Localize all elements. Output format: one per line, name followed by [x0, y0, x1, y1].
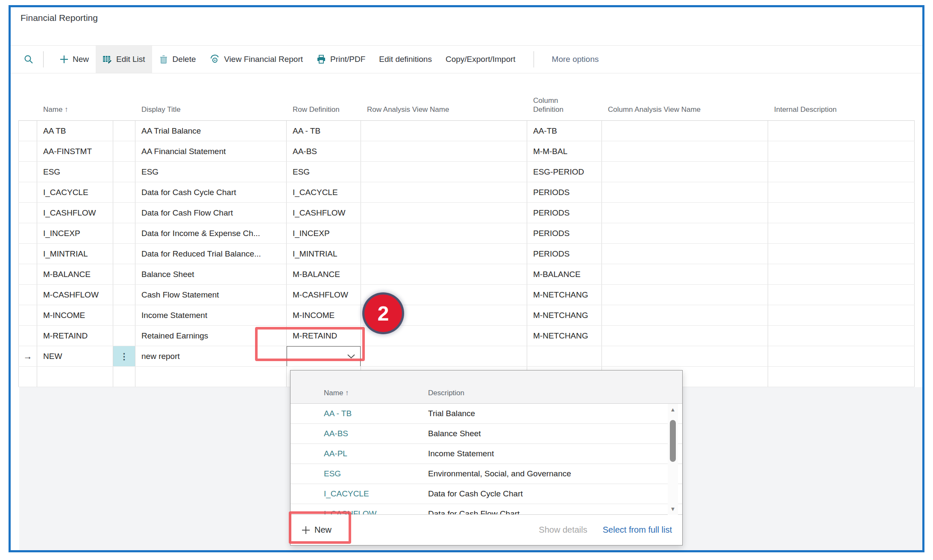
edit-list-button[interactable]: Edit List — [96, 46, 152, 73]
cell-internal-description[interactable] — [768, 141, 915, 161]
more-options-button[interactable]: More options — [545, 46, 606, 73]
scroll-up-icon[interactable]: ▲ — [668, 406, 678, 413]
cell-row-analysis-view-name[interactable] — [361, 121, 527, 141]
print-pdf-button[interactable]: Print/PDF — [310, 46, 372, 73]
row-select-cell[interactable] — [18, 141, 37, 161]
column-header-row-definition[interactable]: Row Definition — [287, 73, 361, 120]
row-select-cell[interactable]: → — [18, 346, 37, 366]
cell-row-definition[interactable]: I_CASHFLOW — [287, 203, 361, 223]
cell-column-definition[interactable]: M-NETCHANG — [527, 326, 602, 346]
cell-name[interactable]: M-INCOME — [37, 305, 113, 325]
dropdown-item-name-link[interactable]: I_CACYCLE — [324, 489, 369, 499]
cell-column-definition[interactable]: M-NETCHANG — [527, 305, 602, 325]
cell-row-definition[interactable]: I_MINTRIAL — [287, 244, 361, 264]
column-header-name[interactable]: Name ↑ — [37, 73, 113, 120]
dropdown-item-name-link[interactable]: ESG — [324, 469, 341, 478]
row-options-cell[interactable] — [113, 141, 135, 161]
dropdown-item[interactable]: ESGEnvironmental, Social, and Governance — [290, 464, 682, 484]
cell-internal-description[interactable] — [768, 285, 915, 305]
cell-row-analysis-view-name[interactable] — [361, 203, 527, 223]
cell-row-definition[interactable]: I_INCEXP — [287, 223, 361, 243]
cell-internal-description[interactable] — [768, 326, 915, 346]
cell-display-title[interactable]: Cash Flow Statement — [135, 285, 287, 305]
cell-row-analysis-view-name[interactable] — [361, 182, 527, 202]
select-from-full-list-link[interactable]: Select from full list — [603, 525, 672, 535]
row-ellipsis-icon[interactable]: ⋮ — [120, 351, 129, 362]
cell-name[interactable]: M-RETAIND — [37, 326, 113, 346]
cell-column-definition[interactable]: M-M-BAL — [527, 141, 602, 161]
cell-row-analysis-view-name[interactable] — [361, 346, 527, 366]
cell-display-title[interactable]: AA Trial Balance — [135, 121, 287, 141]
dropdown-item-name-link[interactable]: AA-BS — [324, 429, 348, 438]
cell-column-definition[interactable]: PERIODS — [527, 182, 602, 202]
cell-internal-description[interactable] — [768, 367, 915, 387]
dropdown-item[interactable]: AA-BSBalance Sheet — [290, 424, 682, 444]
dropdown-item[interactable]: AA-PLIncome Statement — [290, 444, 682, 464]
cell-name[interactable]: I_MINTRIAL — [37, 244, 113, 264]
row-options-cell[interactable] — [113, 244, 135, 264]
view-financial-report-button[interactable]: View Financial Report — [203, 46, 310, 73]
cell-display-title[interactable]: Data for Cash Flow Chart — [135, 203, 287, 223]
row-select-cell[interactable] — [18, 121, 37, 141]
cell-name[interactable]: NEW — [37, 346, 113, 366]
row-select-cell[interactable] — [18, 285, 37, 305]
show-details-link[interactable]: Show details — [539, 525, 587, 535]
dropdown-item-name-link[interactable]: AA-PL — [324, 449, 347, 458]
row-select-cell[interactable] — [18, 264, 37, 284]
dropdown-item[interactable]: I_CACYCLEData for Cash Cycle Chart — [290, 484, 682, 504]
cell-internal-description[interactable] — [768, 223, 915, 243]
cell-internal-description[interactable] — [768, 346, 915, 366]
cell-column-definition[interactable] — [527, 346, 602, 366]
cell-row-analysis-view-name[interactable] — [361, 141, 527, 161]
cell-internal-description[interactable] — [768, 264, 915, 284]
cell-column-definition[interactable]: M-NETCHANG — [527, 285, 602, 305]
copy-export-import-button[interactable]: Copy/Export/Import — [439, 46, 522, 73]
cell-display-title[interactable]: Data for Cash Cycle Chart — [135, 182, 287, 202]
cell-column-analysis-view-name[interactable] — [602, 182, 768, 202]
cell-column-definition[interactable]: PERIODS — [527, 203, 602, 223]
scroll-down-icon[interactable]: ▼ — [668, 506, 678, 512]
row-select-cell[interactable] — [18, 223, 37, 243]
cell-display-title[interactable]: Data for Reduced Trial Balance... — [135, 244, 287, 264]
cell-internal-description[interactable] — [768, 162, 915, 182]
cell-name[interactable]: M-BALANCE — [37, 264, 113, 284]
cell-display-title[interactable]: Income Statement — [135, 305, 287, 325]
cell-row-definition[interactable]: M-INCOME — [287, 305, 361, 325]
row-select-cell[interactable] — [18, 326, 37, 346]
delete-button[interactable]: Delete — [152, 46, 203, 73]
cell-internal-description[interactable] — [768, 121, 915, 141]
new-button[interactable]: New — [53, 46, 96, 73]
cell-column-analysis-view-name[interactable] — [602, 326, 768, 346]
cell-display-title[interactable]: Data for Income & Expense Ch... — [135, 223, 287, 243]
row-select-cell[interactable] — [18, 367, 37, 387]
cell-row-definition[interactable]: M-BALANCE — [287, 264, 361, 284]
cell-row-analysis-view-name[interactable] — [361, 223, 527, 243]
row-select-cell[interactable] — [18, 203, 37, 223]
cell-row-definition[interactable]: AA - TB — [287, 121, 361, 141]
cell-internal-description[interactable] — [768, 244, 915, 264]
dropdown-column-header-name[interactable]: Name ↑ — [324, 389, 349, 397]
cell-column-analysis-view-name[interactable] — [602, 305, 768, 325]
cell-display-title[interactable]: AA Financial Statement — [135, 141, 287, 161]
edit-definitions-button[interactable]: Edit definitions — [372, 46, 439, 73]
cell-column-analysis-view-name[interactable] — [602, 264, 768, 284]
row-select-cell[interactable] — [18, 305, 37, 325]
column-header-row-analysis-view-name[interactable]: Row Analysis View Name — [361, 73, 527, 120]
row-select-cell[interactable] — [18, 182, 37, 202]
cell-display-title[interactable]: ESG — [135, 162, 287, 182]
column-header-column-analysis-view-name[interactable]: Column Analysis View Name — [602, 73, 768, 120]
row-select-cell[interactable] — [18, 244, 37, 264]
cell-name[interactable]: I_CACYCLE — [37, 182, 113, 202]
cell-name[interactable]: ESG — [37, 162, 113, 182]
cell-row-definition[interactable]: ESG — [287, 162, 361, 182]
cell-row-definition[interactable]: M-CASHFLOW — [287, 285, 361, 305]
cell-column-definition[interactable]: AA-TB — [527, 121, 602, 141]
row-options-cell[interactable] — [113, 367, 135, 387]
cell-name[interactable]: AA TB — [37, 121, 113, 141]
row-options-cell[interactable] — [113, 182, 135, 202]
row-select-cell[interactable] — [18, 162, 37, 182]
cell-internal-description[interactable] — [768, 305, 915, 325]
row-options-cell[interactable] — [113, 121, 135, 141]
row-options-cell[interactable]: ⋮ — [113, 346, 135, 366]
cell-column-definition[interactable]: PERIODS — [527, 223, 602, 243]
